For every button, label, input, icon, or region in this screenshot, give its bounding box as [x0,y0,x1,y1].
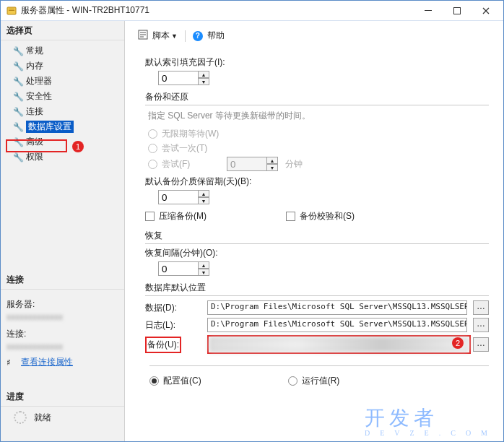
script-icon [138,30,148,42]
recovery-down[interactable]: ▼ [198,269,209,276]
data-path-input[interactable]: D:\Program Files\Microsoft SQL Server\MS… [207,300,467,315]
log-path-input[interactable]: D:\Program Files\Microsoft SQL Server\MS… [207,318,467,332]
tape-hint: 指定 SQL Server 等待更换新磁带的时间。 [148,110,489,122]
compress-backup-label: 压缩备份(M) [159,210,207,222]
backup-path-highlight: xxxxxxxxxxxxxxxxxxxxxxxxxxxx 2 [207,335,471,354]
minimize-button[interactable] [414,2,443,20]
progress-header: 进度 [1,387,124,407]
content-pane: 脚本▼ ? 帮助 默认索引填充因子(I): ▲▼ 备份和还原 指定 SQL Se… [125,21,503,441]
recovery-interval-input[interactable] [158,261,199,276]
fill-factor-up[interactable]: ▲ [198,71,209,78]
fill-factor-input[interactable] [158,71,199,85]
log-path-label: 日志(L): [145,319,207,332]
fill-factor-label: 默认索引填充因子(I): [145,56,225,69]
recovery-up[interactable]: ▲ [198,261,209,269]
backup-path-input[interactable]: xxxxxxxxxxxxxxxxxxxxxxxxxxxx [209,337,469,352]
wrench-icon: 🔧 [14,122,23,131]
sidebar: 选择页 🔧常规 🔧内存 🔧处理器 🔧安全性 🔧连接 🔧数据库设置 🔧高级 🔧权限… [1,21,125,441]
recovery-header: 恢复 [145,230,489,244]
backup-path-browse-button[interactable]: … [473,337,489,352]
minutes-label: 分钟 [285,158,303,170]
close-button[interactable] [472,2,500,20]
log-path-browse-button[interactable]: … [473,318,489,332]
connection-value: xxxxxxxxxxxxx [6,342,118,352]
retention-input[interactable] [158,190,199,204]
titlebar: 服务器属性 - WIN-TR2BHT10771 [1,1,503,21]
sidebar-item-advanced[interactable]: 🔧高级 [1,134,124,150]
configured-values-label: 配置值(C) [163,375,201,387]
connection-label: 连接: [6,328,118,340]
svg-rect-4 [454,7,461,14]
sidebar-item-connections[interactable]: 🔧连接 [1,104,124,119]
dialog-window: 服务器属性 - WIN-TR2BHT10771 选择页 🔧常规 🔧内存 🔧处理器… [0,0,504,442]
progress-spinner-icon [14,411,27,424]
sidebar-item-permissions[interactable]: 🔧权限 [1,150,124,165]
wrench-icon: 🔧 [14,152,23,162]
connection-header: 连接 [1,270,124,290]
wait-forever-label: 无限期等待(W) [162,128,219,140]
app-icon [6,6,17,16]
try-for-up: ▲ [266,157,278,164]
progress-status: 就绪 [1,407,124,424]
sidebar-item-security[interactable]: 🔧安全性 [1,89,124,104]
page-tree: 🔧常规 🔧内存 🔧处理器 🔧安全性 🔧连接 🔧数据库设置 🔧高级 🔧权限 [1,40,124,168]
compress-backup-checkbox[interactable] [145,212,155,221]
svg-rect-3 [425,10,432,11]
help-button[interactable]: 帮助 [207,30,225,42]
maximize-button[interactable] [443,2,472,20]
data-path-browse-button[interactable]: … [473,300,489,315]
default-locations-header: 数据库默认位置 [145,282,489,296]
select-page-header: 选择页 [1,21,124,40]
backup-checksum-label: 备份校验和(S) [300,210,355,222]
try-for-label: 尝试(F) [162,158,227,170]
ready-label: 就绪 [34,412,51,424]
wrench-icon: 🔧 [14,61,23,71]
connection-info: 服务器: xxxxxxxxxxxxx 连接: xxxxxxxxxxxxx [1,290,124,352]
running-values-radio[interactable] [288,376,297,386]
sidebar-item-database-settings[interactable]: 🔧数据库设置 [1,119,124,134]
content-toolbar: 脚本▼ ? 帮助 [138,28,493,48]
retention-label: 默认备份介质保留期(天)(B): [145,176,251,188]
watermark: 开发者 DEVZE.COM [365,404,498,437]
sidebar-item-general[interactable]: 🔧常规 [1,43,124,58]
script-dropdown[interactable]: 脚本▼ [152,30,178,42]
try-once-radio [148,144,157,153]
retention-down[interactable]: ▼ [198,197,209,204]
running-values-label: 运行值(R) [302,375,340,387]
try-for-input [227,157,267,171]
recovery-interval-label: 恢复间隔(分钟)(O): [145,247,218,259]
view-connection-properties-link[interactable]: 查看连接属性 [21,356,73,368]
sidebar-item-memory[interactable]: 🔧内存 [1,58,124,74]
try-once-label: 尝试一次(T) [162,142,207,155]
retention-up[interactable]: ▲ [198,190,209,197]
chevron-down-icon: ▼ [171,32,178,40]
server-label: 服务器: [6,298,118,311]
window-title: 服务器属性 - WIN-TR2BHT10771 [21,4,149,17]
wrench-icon: 🔧 [14,92,23,101]
wrench-icon: 🔧 [14,77,23,86]
try-for-down: ▼ [266,164,278,171]
backup-path-label-highlight: 备份(U): [145,337,181,353]
wrench-icon: 🔧 [14,46,23,56]
data-path-label: 数据(D): [145,302,207,314]
connection-properties-icon: ♯ [6,358,17,368]
backup-checksum-checkbox[interactable] [286,212,295,221]
wrench-icon: 🔧 [14,137,23,147]
backup-path-label: 备份(U): [147,339,179,350]
svg-rect-2 [9,10,14,11]
sidebar-item-processors[interactable]: 🔧处理器 [1,74,124,89]
fill-factor-down[interactable]: ▼ [198,78,209,85]
annotation-callout-2: 2 [452,337,464,349]
try-for-radio [148,160,157,169]
backup-restore-header: 备份和还原 [145,91,489,105]
help-icon: ? [193,31,203,41]
wrench-icon: 🔧 [14,107,23,116]
server-value: xxxxxxxxxxxxx [6,312,118,322]
wait-forever-radio [148,129,157,139]
svg-rect-1 [9,9,14,9]
toolbar-separator [185,30,186,42]
configured-values-radio[interactable] [149,376,159,386]
